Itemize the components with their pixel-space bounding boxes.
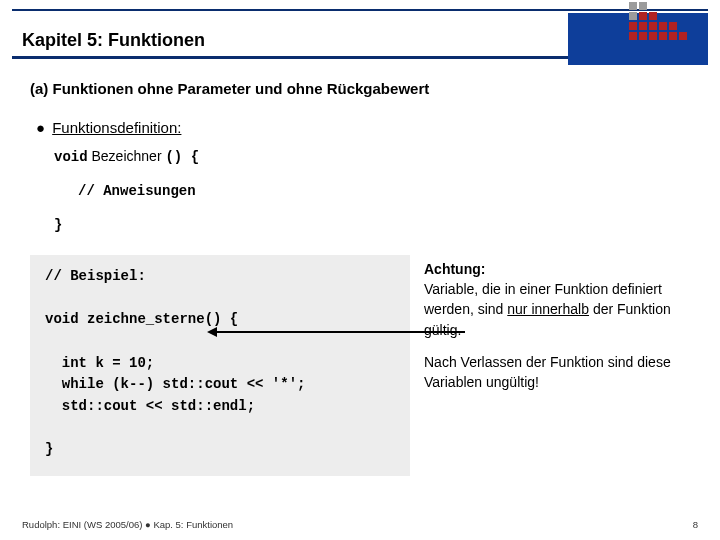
bullet-label: Funktionsdefinition:: [52, 119, 181, 136]
code-l7: std::cout << std::endl;: [45, 398, 255, 414]
code-l5: int k = 10;: [45, 355, 154, 371]
note-heading: Achtung:: [424, 261, 485, 277]
note-p2: Nach Verlassen der Funktion sind diese V…: [424, 352, 695, 393]
code-l1: // Beispiel:: [45, 268, 146, 284]
code-l6: while (k--) std::cout << '*';: [45, 376, 305, 392]
section-heading: (a) Funktionen ohne Parameter und ohne R…: [30, 80, 695, 97]
page-number: 8: [693, 519, 698, 530]
code-l3: void zeichne_sterne() {: [45, 311, 238, 327]
footer-text: Rudolph: EINI (WS 2005/06) ● Kap. 5: Fun…: [22, 519, 233, 530]
proto-brace-open: {: [182, 149, 199, 165]
proto-body-comment: // Anweisungen: [78, 183, 695, 199]
chapter-title: Kapitel 5: Funktionen: [22, 30, 205, 51]
arrow-icon: [215, 331, 465, 333]
prototype-line: void Bezeichner () {: [54, 148, 695, 165]
header-rule-top: [12, 9, 708, 11]
proto-identifier: Bezeichner: [88, 148, 166, 164]
code-example-box: // Beispiel: void zeichne_sterne() { int…: [30, 255, 410, 476]
proto-parens: (): [165, 149, 182, 165]
proto-brace-close: }: [54, 217, 695, 233]
note-column: Achtung: Variable, die in einer Funktion…: [424, 255, 695, 405]
proto-void: void: [54, 149, 88, 165]
code-l9: }: [45, 441, 53, 457]
bullet-funktionsdefinition: ● Funktionsdefinition:: [36, 119, 695, 136]
note-p1u: nur innerhalb: [507, 301, 589, 317]
logo-squares-icon: [629, 2, 687, 40]
